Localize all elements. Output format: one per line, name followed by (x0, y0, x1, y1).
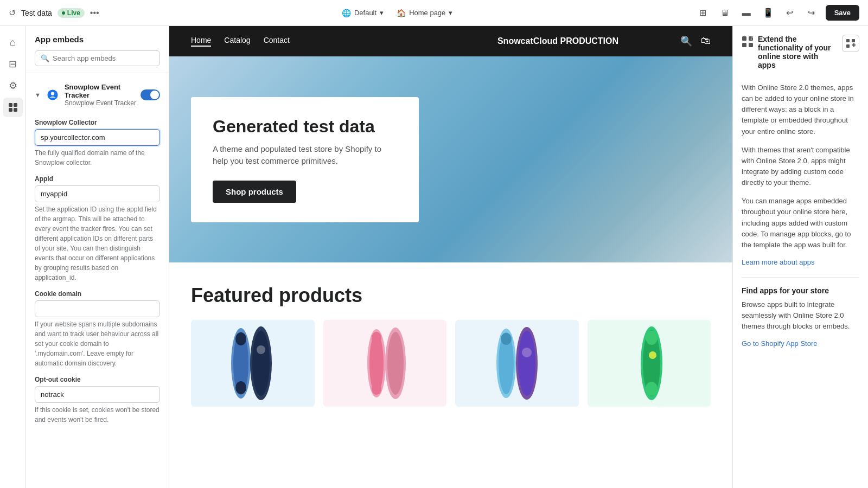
nav-link-home[interactable]: Home (191, 36, 211, 47)
devices-icon[interactable]: ⊞ (695, 5, 711, 21)
extend-text-1: With Online Store 2.0 themes, apps can b… (742, 82, 859, 137)
hero-card: Generated test data A theme and populate… (191, 97, 419, 222)
optout-input[interactable] (35, 386, 160, 403)
products-grid (191, 320, 711, 407)
desktop-icon[interactable]: 🖥 (717, 5, 732, 21)
search-icon: 🔍 (41, 54, 49, 62)
undo-icon[interactable]: ↩ (782, 5, 797, 21)
product-image (323, 320, 447, 407)
product-card[interactable] (455, 320, 579, 407)
product-image (191, 320, 315, 407)
search-box: 🔍 (35, 50, 160, 66)
product-card[interactable] (191, 320, 315, 407)
save-button[interactable]: Save (826, 5, 859, 21)
store-search-icon[interactable]: 🔍 (680, 35, 692, 47)
svg-rect-2 (9, 108, 12, 112)
tablet-icon[interactable]: ▬ (739, 5, 754, 21)
topbar-center: 🌐 Default ▾ 🏠 Home page ▾ (108, 9, 687, 17)
optout-field-group: Opt-out cookie If this cookie is set, co… (35, 376, 160, 425)
svg-point-5 (51, 92, 54, 95)
cookie-input[interactable] (35, 300, 160, 317)
nav-link-catalog[interactable]: Catalog (224, 36, 250, 47)
right-panel-header: Extend the functionality of your online … (742, 35, 859, 74)
product-image (455, 320, 579, 407)
topbar: ↺ Test data Live ••• 🌐 Default ▾ 🏠 Home … (0, 0, 868, 26)
cookie-hint: If your website spans multiple subdomain… (35, 319, 160, 368)
nav-sidebar: ⌂ ⊟ ⚙ (0, 26, 26, 488)
home-icon: 🏠 (397, 9, 406, 17)
preview-area: Home Catalog Contact SnowcatCloud PRODUC… (169, 26, 732, 488)
svg-point-29 (649, 351, 656, 359)
preview-inner: Home Catalog Contact SnowcatCloud PRODUC… (169, 26, 732, 488)
svg-point-9 (235, 381, 246, 394)
store-nav-links: Home Catalog Contact (191, 36, 436, 47)
topbar-right: ⊞ 🖥 ▬ 📱 ↩ ↪ Save (695, 5, 859, 21)
panel-content: ▼ Snowplow Event Tracker Snowplow Event … (26, 73, 169, 488)
nav-layout-icon[interactable]: ⊟ (3, 54, 23, 74)
shop-products-button[interactable]: Shop products (213, 181, 296, 203)
extend-text-3: You can manage apps embedded throughout … (742, 196, 859, 251)
left-panel: App embeds 🔍 ▼ (26, 26, 169, 488)
more-menu-icon[interactable]: ••• (90, 8, 99, 18)
globe-icon: 🌐 (342, 9, 351, 17)
extend-text-2: With themes that aren't compatible with … (742, 145, 859, 189)
svg-point-11 (252, 331, 270, 396)
product-card[interactable] (323, 320, 447, 407)
svg-point-24 (522, 348, 532, 357)
nav-link-contact[interactable]: Contact (264, 36, 290, 47)
cookie-label: Cookie domain (35, 290, 160, 298)
appid-input[interactable] (35, 185, 160, 202)
nav-settings-icon[interactable]: ⚙ (3, 76, 23, 95)
mobile-icon[interactable]: 📱 (761, 5, 776, 21)
tracker-chevron-icon: ▼ (35, 92, 41, 98)
svg-point-18 (387, 332, 404, 395)
store-cart-icon[interactable]: 🛍 (701, 35, 711, 47)
svg-rect-40 (852, 44, 856, 46)
search-input[interactable] (53, 54, 154, 62)
collector-label: Snowplow Collector (35, 119, 160, 126)
main-layout: ⌂ ⊟ ⚙ App embeds 🔍 ▼ (0, 26, 868, 488)
back-icon[interactable]: ↺ (9, 8, 16, 18)
fields-section: Snowplow Collector The fully qualified d… (26, 110, 169, 432)
appid-field-group: AppId Set the application ID using the a… (35, 175, 160, 282)
svg-rect-1 (14, 103, 17, 107)
svg-point-15 (372, 332, 381, 344)
find-apps-title: Find apps for your store (742, 286, 859, 295)
theme-selector[interactable]: 🌐 Default ▾ (342, 9, 384, 17)
learn-more-link[interactable]: Learn more about apps (742, 258, 859, 266)
product-image (588, 320, 711, 407)
optout-hint: If this cookie is set, cookies won't be … (35, 405, 160, 425)
app-store-link[interactable]: Go to Shopify App Store (742, 339, 859, 348)
nav-home-icon[interactable]: ⌂ (3, 33, 23, 52)
theme-label: Default (354, 9, 376, 17)
right-panel: Extend the functionality of your online … (732, 26, 868, 488)
collector-field-group: Snowplow Collector The fully qualified d… (35, 119, 160, 168)
svg-rect-34 (751, 36, 753, 38)
page-chevron-icon: ▾ (449, 9, 452, 17)
svg-rect-33 (749, 43, 753, 47)
store-brand: SnowcatCloud PRODUCTION (436, 36, 680, 46)
collector-input[interactable] (35, 129, 160, 146)
svg-rect-0 (9, 103, 12, 107)
svg-point-27 (646, 331, 658, 345)
svg-rect-30 (742, 36, 746, 41)
add-apps-button[interactable] (842, 35, 859, 52)
tracker-sub: Snowplow Event Tracker (65, 99, 136, 107)
svg-rect-3 (14, 108, 17, 112)
tracker-section: ▼ Snowplow Event Tracker Snowplow Event … (26, 80, 169, 110)
tracker-toggle[interactable] (141, 89, 160, 100)
appid-hint: Set the application ID using the appId f… (35, 204, 160, 282)
hero-title: Generated test data (213, 117, 397, 137)
svg-point-12 (257, 345, 265, 354)
svg-rect-36 (846, 39, 850, 42)
featured-section: Featured products (169, 262, 732, 418)
store-nav: Home Catalog Contact SnowcatCloud PRODUC… (169, 26, 732, 56)
svg-point-23 (518, 331, 535, 396)
page-selector[interactable]: 🏠 Home page ▾ (397, 9, 452, 17)
nav-apps-icon[interactable] (3, 98, 23, 117)
tracker-header[interactable]: ▼ Snowplow Event Tracker Snowplow Event … (33, 80, 162, 110)
redo-icon[interactable]: ↪ (804, 5, 819, 21)
svg-point-21 (501, 333, 512, 345)
live-badge: Live (58, 8, 85, 18)
product-card[interactable] (588, 320, 711, 407)
